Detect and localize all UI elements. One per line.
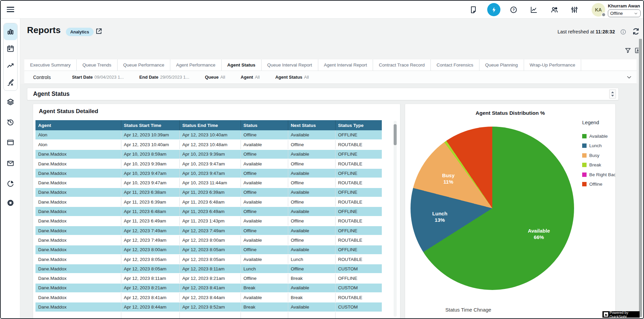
section-stepper[interactable] [609, 89, 616, 99]
filter-icon[interactable] [624, 47, 631, 54]
control-filter-start-date[interactable]: Start Date09/04/2023 1... [72, 75, 124, 80]
tab-contract-trace-record[interactable]: Contract Trace Record [373, 59, 431, 71]
control-filter-queue[interactable]: QueueAll [205, 75, 225, 80]
page-scrollbar-thumb[interactable] [639, 39, 642, 317]
table-scrollbar-track[interactable] [394, 121, 397, 317]
caret-down-icon[interactable] [611, 95, 614, 97]
control-filter-agent[interactable]: AgentAll [241, 75, 259, 80]
table-row[interactable]: Dane.MaddoxApr 10, 2023 9:47amApr 10, 20… [35, 178, 382, 187]
sidebar-item-dashboards[interactable] [4, 23, 17, 40]
sidebar-item-schedule[interactable] [4, 40, 17, 57]
table-row[interactable]: AlonApr 12, 2023 10:39amApr 12, 2023 10:… [35, 130, 382, 140]
hamburger-menu-icon[interactable] [7, 6, 14, 13]
legend-item-break[interactable]: Break [582, 162, 616, 168]
table-row[interactable]: Dane.MaddoxApr 12, 2023 8:41amApr 12, 20… [35, 293, 382, 302]
table-row[interactable]: Dane.MaddoxApr 12, 2023 8:00amApr 12, 20… [35, 245, 382, 255]
table-row[interactable]: Dane.MaddoxApr 12, 2023 7:49amApr 12, 20… [35, 235, 382, 245]
table-row[interactable]: Dane.MaddoxApr 11, 2023 6:39amApr 11, 20… [35, 197, 382, 207]
column-header-agent[interactable]: Agent [35, 120, 121, 130]
user-name: Khurram Awan [608, 3, 640, 8]
tab-queue-performance[interactable]: Queue Performance [118, 59, 171, 71]
legend-title: Legend [582, 119, 616, 125]
pie-chart-icon[interactable] [6, 180, 15, 188]
pie-label-available: Available66% [528, 228, 550, 240]
controls-expand-chevron-icon[interactable] [626, 74, 633, 81]
column-header-status[interactable]: Status [241, 120, 288, 130]
table-row[interactable]: Dane.MaddoxApr 12, 2023 8:05amApr 12, 20… [35, 255, 382, 264]
quicksight-logo-icon [604, 312, 608, 317]
table-row[interactable]: Dane.MaddoxApr 11, 2023 6:48amApr 11, 20… [35, 207, 382, 216]
table-row[interactable]: Dane.MaddoxApr 12, 2023 8:44amApr 12, 20… [35, 302, 382, 312]
tab-agent-interval-report[interactable]: Agent Interval Report [318, 59, 373, 71]
legend-swatch [582, 143, 587, 148]
table-row[interactable]: Dane.MaddoxApr 12, 2023 8:11amApr 12, 20… [35, 273, 382, 283]
info-icon[interactable] [620, 29, 626, 35]
dashboard-sheet: Agent Status Agent Status Detailed Agent… [20, 84, 639, 319]
agent-status-detailed-card: Agent Status Detailed AgentStatus Start … [33, 104, 400, 319]
caret-up-icon[interactable] [611, 91, 614, 93]
note-icon[interactable] [469, 6, 477, 14]
sidebar-item-design[interactable] [4, 74, 17, 91]
last-refreshed: Last refreshed at 11:28:32 [558, 29, 615, 34]
tab-queue-trends[interactable]: Queue Trends [77, 59, 118, 71]
page-title: Reports [27, 25, 61, 35]
table-row[interactable]: Dane.MaddoxApr 10, 2023 8:59amApr 10, 20… [35, 150, 382, 159]
tab-contact-forensics[interactable]: Contact Forensics [431, 59, 479, 71]
legend-item-offline[interactable]: Offline [582, 181, 616, 188]
legend-item-be-right-back[interactable]: Be Right Back [582, 171, 616, 178]
layers-icon[interactable] [6, 98, 15, 106]
tab-executive-summary[interactable]: Executive Summary [24, 59, 77, 71]
help-icon[interactable]: ? [510, 6, 518, 14]
section-title: Agent Status [33, 90, 70, 98]
agent-status-pie-chart[interactable]: Available66%Lunch13%Busy11% [411, 127, 574, 290]
refresh-icon[interactable] [632, 27, 640, 35]
preferences-icon[interactable] [570, 6, 578, 14]
table-row[interactable]: Dane.MaddoxApr 11, 2023 6:38amApr 11, 20… [35, 188, 382, 197]
agent-status-select-value: Offline [610, 11, 623, 16]
avatar[interactable]: KA [592, 3, 605, 17]
column-header-status-start-time[interactable]: Status Start Time [121, 120, 179, 130]
table-row[interactable]: Dane.MaddoxApr 11, 2023 6:49amApr 11, 20… [35, 216, 382, 226]
column-header-next-status[interactable]: Next Status [288, 120, 335, 130]
metrics-icon[interactable] [530, 6, 538, 14]
insights-bolt-button[interactable] [487, 3, 500, 16]
agent-status-table: AgentStatus Start TimeStatus End TimeSta… [35, 120, 382, 319]
mail-icon[interactable] [6, 159, 15, 167]
column-header-status-end-time[interactable]: Status End Time [179, 120, 241, 130]
table-body: AlonApr 12, 2023 10:39amApr 12, 2023 10:… [35, 130, 382, 319]
sidebar-item-trends[interactable] [4, 57, 17, 74]
tab-queue-interval-report[interactable]: Queue Interval Report [262, 59, 318, 71]
column-header-status-type[interactable]: Status Type [335, 120, 382, 130]
tab-wrap-up-performance[interactable]: Wrap-Up Performance [524, 59, 581, 71]
table-row[interactable]: Dane.MaddoxApr 12, 2023 8:21amApr 12, 20… [35, 283, 382, 293]
history-icon[interactable] [6, 118, 15, 126]
tab-agent-status[interactable]: Agent Status [222, 59, 262, 71]
tab-queue-planning[interactable]: Queue Planning [479, 59, 524, 71]
control-filter-agent-status[interactable]: Agent StatusAll [275, 75, 309, 80]
insights-bolt-icon [490, 6, 498, 14]
tab-agent-performance[interactable]: Agent Performance [170, 59, 221, 71]
gear-icon[interactable] [6, 199, 15, 207]
table-row[interactable]: Dane.MaddoxApr 10, 2023 9:39amApr 10, 20… [35, 159, 382, 168]
window-icon[interactable] [6, 138, 15, 147]
legend-swatch [582, 172, 587, 177]
table-header: AgentStatus Start TimeStatus End TimeSta… [35, 120, 382, 130]
legend-swatch [582, 153, 587, 158]
calendar-icon [6, 45, 15, 53]
table-row[interactable]: Dane.MaddoxApr 10, 2023 9:47amApr 10, 20… [35, 168, 382, 178]
agent-status-select[interactable]: Offline [608, 9, 641, 17]
legend-item-lunch[interactable]: Lunch [582, 142, 616, 149]
table-row[interactable]: Dane.MaddoxApr 12, 2023 8:05amApr 12, 20… [35, 264, 382, 273]
legend-item-available[interactable]: Available [582, 133, 616, 139]
table-scrollbar-thumb[interactable] [394, 124, 397, 145]
control-filter-end-date[interactable]: End Date29/05/2023 1... [139, 75, 189, 80]
open-external-icon[interactable] [95, 27, 103, 35]
legend-item-busy[interactable]: Busy [582, 152, 616, 159]
table-row[interactable]: AlonApr 12, 2023 10:40amApr 12, 2023 10:… [35, 140, 382, 149]
pie-label-lunch: Lunch13% [432, 210, 447, 223]
users-icon[interactable] [550, 6, 559, 14]
report-tabs: Executive SummaryQueue TrendsQueue Perfo… [24, 59, 637, 71]
table-row[interactable]: Dane.MaddoxApr 12, 2023 7:49amApr 12, 20… [35, 226, 382, 235]
legend-swatch [582, 163, 587, 167]
svg-text:?: ? [513, 8, 515, 12]
